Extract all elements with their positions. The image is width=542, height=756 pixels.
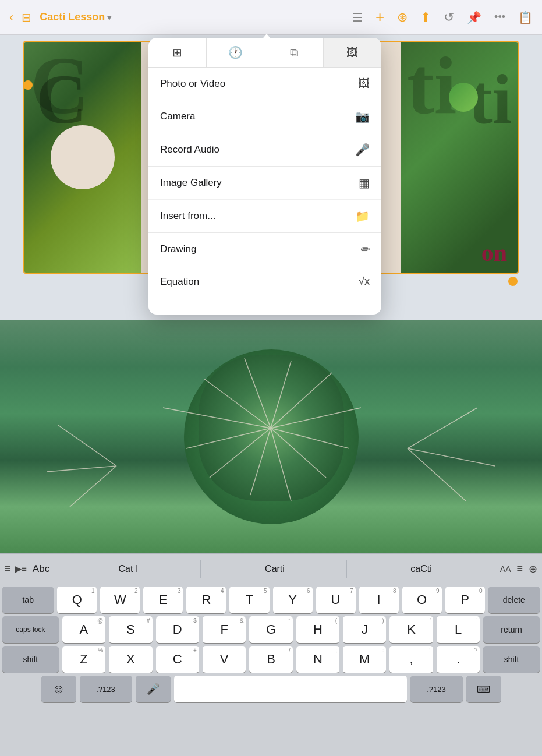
folder-icon: 📁 (355, 209, 370, 223)
key-f[interactable]: F& (203, 616, 246, 643)
selection-dot-tl (23, 80, 33, 90)
menu-item-photo-video[interactable]: Photo or Video 🖼 (148, 68, 381, 100)
indent-icon[interactable]: ≡ (5, 563, 11, 575)
camera-icon: 📷 (355, 109, 370, 123)
menu-item-record-audio[interactable]: Record Audio 🎤 (148, 133, 381, 166)
key-a[interactable]: A@ (62, 616, 105, 643)
key-j[interactable]: J) (343, 616, 386, 643)
list-button[interactable]: ☰ (352, 10, 363, 24)
tab-media[interactable]: 🖼 (324, 38, 381, 67)
key-d[interactable]: D$ (156, 616, 199, 643)
tab-table[interactable]: ⊞ (148, 38, 207, 67)
key-emoji[interactable]: ☺ (41, 676, 76, 702)
key-r[interactable]: R4 (186, 587, 226, 613)
popup-bottom-spacer (148, 297, 381, 315)
autocorrect-suggestion-2[interactable]: Carti (203, 560, 348, 578)
font-size-icon[interactable]: AA (500, 564, 511, 574)
title-chevron-icon: ▾ (107, 13, 111, 22)
green-circle-decoration (449, 83, 478, 112)
menu-section-gallery: Image Gallery ▦ Insert from... 📁 (148, 167, 381, 233)
svg-line-12 (58, 425, 116, 466)
key-symbol-right[interactable]: .?123 (410, 676, 463, 702)
key-g[interactable]: G* (249, 616, 292, 643)
svg-line-4 (250, 428, 271, 495)
clock-icon: 🕐 (228, 45, 243, 59)
objects-icon: ⧉ (290, 46, 298, 59)
key-comma[interactable]: ,! (389, 646, 433, 673)
keyboard-row-4: ☺ .?123 🎤 .?123 ⌨ (0, 673, 542, 707)
equation-label: Equation (160, 276, 199, 288)
list-indent-icon[interactable]: ▶≡ (15, 563, 27, 574)
key-return[interactable]: return (483, 616, 540, 643)
key-q[interactable]: Q1 (57, 587, 97, 613)
key-h[interactable]: H( (296, 616, 339, 643)
abc-label: Abc (33, 563, 49, 575)
key-s[interactable]: S# (109, 616, 152, 643)
key-v[interactable]: V= (203, 646, 246, 673)
equation-icon: √x (359, 275, 370, 288)
key-microphone[interactable]: 🎤 (136, 676, 171, 702)
key-i[interactable]: I8 (359, 587, 399, 613)
align-icon[interactable]: ≡ (516, 563, 523, 575)
keyboard-row-2: caps lock A@ S# D$ F& G* H( J) K' L" ret… (0, 613, 542, 643)
key-b[interactable]: B/ (249, 646, 292, 673)
svg-line-14 (70, 466, 116, 507)
target-button[interactable]: ⊛ (397, 10, 408, 25)
popup-arrow (261, 34, 272, 41)
svg-line-10 (271, 361, 291, 428)
menu-item-camera[interactable]: Camera 📷 (148, 100, 381, 133)
format-icon[interactable]: ⊕ (529, 563, 537, 575)
back-button[interactable]: ‹ (9, 10, 13, 25)
more-button[interactable]: ••• (494, 11, 505, 23)
key-w[interactable]: W2 (100, 587, 140, 613)
tab-recent[interactable]: 🕐 (207, 38, 265, 67)
keyboard-row-3: shift Z% X- C+ V= B/ N; M: ,! .? shift (0, 643, 542, 673)
key-t[interactable]: T5 (229, 587, 269, 613)
key-l[interactable]: L" (437, 616, 480, 643)
history-button[interactable]: ↺ (444, 10, 454, 25)
key-m[interactable]: M: (343, 646, 386, 673)
svg-line-11 (245, 358, 271, 428)
key-symbol-left[interactable]: .?123 (80, 676, 132, 702)
autocorrect-suggestion-1[interactable]: Cat I (56, 560, 201, 578)
key-c[interactable]: C+ (156, 646, 199, 673)
lesson-right-image: ti (401, 42, 518, 273)
menu-item-equation[interactable]: Equation √x (148, 266, 381, 297)
key-u[interactable]: U7 (316, 587, 356, 613)
key-o[interactable]: O9 (402, 587, 442, 613)
key-keyboard-dismiss[interactable]: ⌨ (466, 676, 501, 702)
tab-objects[interactable]: ⧉ (265, 38, 324, 67)
key-n[interactable]: N; (296, 646, 339, 673)
key-z[interactable]: Z% (62, 646, 105, 673)
svg-line-13 (47, 466, 116, 472)
drawing-label: Drawing (160, 243, 196, 255)
key-delete[interactable]: delete (488, 587, 540, 613)
menu-item-image-gallery[interactable]: Image Gallery ▦ (148, 167, 381, 200)
key-x[interactable]: X- (109, 646, 152, 673)
key-p[interactable]: P0 (445, 587, 485, 613)
share-button[interactable]: ⬆ (420, 10, 431, 25)
key-tab[interactable]: tab (2, 587, 54, 613)
key-space[interactable] (174, 676, 407, 702)
key-shift-right[interactable]: shift (483, 646, 540, 673)
menu-item-insert-from[interactable]: Insert from... 📁 (148, 200, 381, 232)
key-period[interactable]: .? (437, 646, 480, 673)
add-button[interactable]: + (375, 8, 384, 26)
key-e[interactable]: E3 (143, 587, 183, 613)
sidebar-toggle-button[interactable]: ⊟ (22, 10, 31, 24)
autocorrect-suggestion-3[interactable]: caCti (349, 560, 493, 578)
key-capslock[interactable]: caps lock (2, 616, 59, 643)
lesson-subtitle-text: on (481, 239, 507, 267)
media-icon: 🖼 (346, 46, 358, 59)
doc-button[interactable]: 📋 (518, 10, 533, 24)
menu-item-drawing[interactable]: Drawing ✏ (148, 233, 381, 266)
svg-line-0 (204, 379, 271, 428)
document-title[interactable]: Cacti Lesson ▾ (40, 11, 111, 23)
key-k[interactable]: K' (389, 616, 433, 643)
autocorrect-left-icons: ≡ ▶≡ Abc (5, 563, 49, 575)
key-shift-left[interactable]: shift (2, 646, 59, 673)
pin-button[interactable]: 📌 (467, 10, 481, 24)
drawing-icon: ✏ (360, 242, 370, 256)
popup-tabs: ⊞ 🕐 ⧉ 🖼 (148, 38, 381, 68)
key-y[interactable]: Y6 (273, 587, 313, 613)
